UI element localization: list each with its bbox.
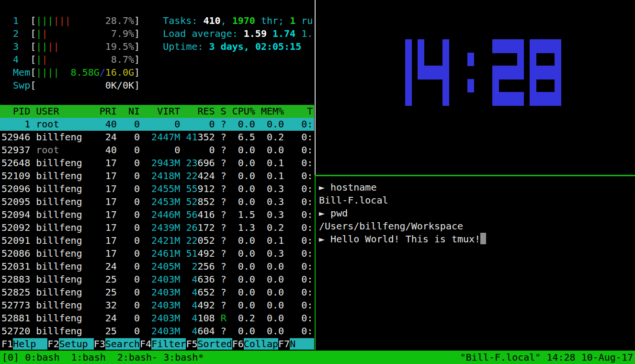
column-header-res: RES	[180, 105, 215, 117]
fkey-f1-label[interactable]: Help	[13, 338, 47, 350]
meter-bars-green: ||||	[36, 67, 59, 78]
fkey-f5-key[interactable]: F5	[186, 338, 197, 350]
cpu-cell: 0.0	[227, 196, 255, 207]
clock-digit-cell	[442, 39, 449, 53]
time-cell: 0:	[284, 286, 313, 298]
pane-border-vertical-active[interactable]	[315, 175, 316, 350]
fkey-f7-label[interactable]: N	[290, 338, 314, 350]
fkey-f2-key[interactable]: F2	[47, 338, 59, 350]
process-row[interactable]: 52091 billfeng 17 0 2421M 22052 ? 0.0 0.…	[0, 234, 314, 247]
shell-pane[interactable]: ► hostnameBill-F.local► pwd/Users/billfe…	[316, 177, 635, 350]
process-row[interactable]: 52031 billfeng 24 0 2405M 2256 ? 0.0 0.0…	[0, 260, 314, 273]
res-cell-hi: 41	[186, 131, 197, 143]
fkey-f3-label[interactable]: Search	[105, 338, 140, 350]
clock-digit-cell	[555, 53, 561, 67]
process-row[interactable]: 52937 root 40 0 0 0 ? 0.0 0.0 0:	[0, 144, 314, 157]
fkey-f4-key[interactable]: F4	[140, 338, 151, 350]
process-row[interactable]: 52648 billfeng 17 0 2943M 23696 ? 0.0 0.…	[0, 157, 314, 170]
column-header-ni: NI	[117, 105, 140, 117]
meter-open-bracket: [	[30, 41, 36, 52]
fkey-f2-label[interactable]: Setup	[59, 338, 93, 350]
cpu-cell: 0.0	[227, 235, 255, 246]
process-row[interactable]: 52946 billfeng 24 0 2447M 41352 ? 6.5 0.…	[0, 131, 314, 144]
process-row[interactable]: 52883 billfeng 25 0 2403M 4636 ? 0.0 0.0…	[0, 273, 314, 286]
process-row[interactable]: 52109 billfeng 17 0 2418M 22424 ? 0.0 0.…	[0, 170, 314, 182]
clock-digit-cell	[536, 39, 543, 53]
state-cell: ?	[215, 196, 227, 207]
clock-digit-cell	[517, 53, 524, 67]
state-cell: ?	[215, 325, 227, 337]
blank-line	[0, 1, 314, 14]
pri-cell: 17	[88, 248, 117, 259]
state-cell: R	[215, 312, 227, 324]
pane-border-horizontal-active[interactable]	[315, 175, 635, 176]
tmux-clock-pane[interactable]	[316, 0, 635, 175]
process-row[interactable]: 52825 billfeng 25 0 2403M 4652 ? 0.0 0.0…	[0, 286, 314, 299]
process-row[interactable]: 52096 billfeng 17 0 2455M 55912 ? 0.0 0.…	[0, 182, 314, 195]
res-cell: 696	[197, 157, 215, 169]
column-header-virt: VIRT	[140, 105, 180, 117]
ni-cell: 0	[117, 209, 140, 220]
htop-pane[interactable]: 1 [|||||| 28.7%] Tasks: 410, 1970 thr; 1…	[0, 1, 314, 351]
cpu3-meter-label: 3	[1, 41, 30, 52]
res-cell-hi: 4	[192, 273, 197, 285]
fkey-f1-key[interactable]: F1	[1, 338, 13, 350]
meter-bars-green: |	[36, 28, 42, 39]
pri-cell: 17	[88, 183, 117, 194]
fkey-f6-label[interactable]: Collap	[244, 338, 278, 350]
pane-border-vertical-inactive[interactable]	[315, 0, 316, 175]
pri-cell: 40	[88, 118, 117, 130]
time-cell: 0:	[284, 183, 313, 194]
column-header-time: T	[284, 105, 313, 117]
process-row[interactable]: 52086 billfeng 17 0 2461M 51492 ? 0.0 0.…	[0, 247, 314, 260]
command-text: hostname	[330, 182, 376, 193]
status-host-time: "Bill-F.local" 14:28 10-Aug-17	[458, 351, 635, 364]
window-item-1-bash[interactable]: 1:bash	[71, 352, 117, 363]
process-row[interactable]: 1 root 40 0 0 0 ? 0.0 0.0 0:	[0, 118, 314, 131]
ni-cell: 0	[117, 248, 140, 259]
window-item-2-bash[interactable]: 2:bash-	[117, 352, 163, 363]
fkey-f3-key[interactable]: F3	[94, 338, 105, 350]
window-item-0-bash[interactable]: 0:bash	[25, 352, 71, 363]
clock-digit-cell	[542, 66, 549, 80]
res-cell-hi: 22	[186, 170, 197, 182]
process-row[interactable]: 52720 billfeng 25 0 2403M 4604 ? 0.0 0.0…	[0, 325, 314, 338]
process-row[interactable]: 52095 billfeng 17 0 2453M 52852 ? 0.0 0.…	[0, 195, 314, 208]
ni-cell: 0	[117, 286, 140, 298]
process-row[interactable]: 52094 billfeng 17 0 2446M 56416 ? 1.5 0.…	[0, 208, 314, 221]
clock-digit-cell	[517, 92, 524, 106]
res-cell-hi: 2	[192, 261, 197, 272]
ni-cell: 0	[117, 170, 140, 182]
fkey-f4-label[interactable]: Filter	[151, 338, 186, 350]
clock-digit-cell	[548, 66, 555, 80]
time-cell: 0:	[284, 118, 313, 130]
ni-cell: 0	[117, 157, 140, 169]
fkey-f5-label[interactable]: Sorted	[197, 338, 232, 350]
meter-open-bracket: [	[30, 80, 36, 91]
pid-cell: 52091	[1, 235, 30, 246]
clock-digit-cell	[517, 66, 524, 80]
process-row[interactable]: 52092 billfeng 17 0 2439M 26172 ? 1.3 0.…	[0, 221, 314, 234]
mem-cell: 0.2	[255, 131, 284, 143]
process-table-header[interactable]: PID USER PRI NI VIRT RES S CPU% MEM% T	[0, 105, 314, 118]
swp-meter-label: Swp	[1, 80, 30, 91]
res-cell: 424	[197, 170, 215, 182]
pid-cell: 52937	[1, 144, 30, 156]
pid-cell: 52881	[1, 312, 30, 324]
res-cell-hi: 4	[192, 312, 197, 324]
mem-cell: 0.0	[255, 312, 284, 324]
virt-cell: 2455M	[140, 183, 180, 194]
window-item-3-bash[interactable]: 3:bash*	[163, 352, 204, 363]
process-row[interactable]: 52773 billfeng 32 0 2403M 4492 ? 0.0 0.0…	[0, 299, 314, 312]
user-cell: root	[36, 118, 88, 130]
res-cell: 492	[197, 248, 215, 259]
fkey-f6-key[interactable]: F6	[232, 338, 244, 350]
terminal-cursor	[480, 233, 486, 244]
fkey-f7-key[interactable]: F7	[278, 338, 290, 350]
process-row[interactable]: 52881 billfeng 24 0 2403M 4108 R 0.2 0.0…	[0, 312, 314, 325]
cpu-cell: 0.0	[227, 325, 255, 337]
ni-cell: 0	[117, 196, 140, 207]
cpu-cell: 0.0	[227, 273, 255, 285]
mem-cell: 0.0	[255, 144, 284, 156]
tmux-status-bar: [0] 0:bash 1:bash 2:bash- 3:bash* "Bill-…	[0, 351, 635, 364]
